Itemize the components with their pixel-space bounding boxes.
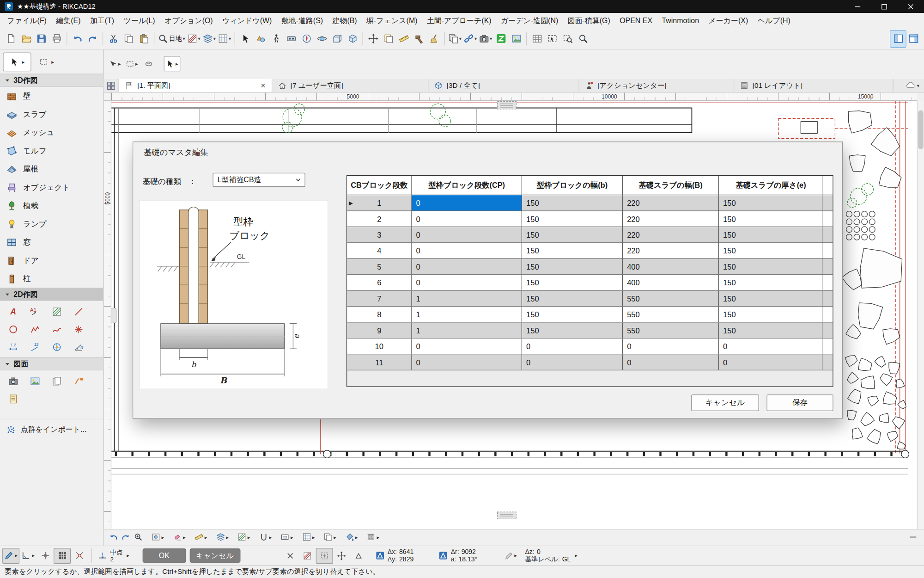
value-cell[interactable]: 0 <box>719 355 823 370</box>
value-cell[interactable]: 0 <box>412 195 523 211</box>
x-close-button[interactable] <box>281 547 298 563</box>
tool-dim-angled[interactable]: 12 <box>26 339 43 354</box>
measure-ruler-button[interactable] <box>396 31 411 47</box>
value-cell[interactable]: 550 <box>623 291 719 307</box>
value-cell[interactable]: 220 <box>623 195 719 211</box>
value-cell[interactable]: 550 <box>623 307 719 322</box>
tool-line[interactable] <box>70 304 87 319</box>
tab-5[interactable]: [01 レイアウト] <box>734 79 893 92</box>
value-cell[interactable]: 0 <box>412 338 523 354</box>
tab-overflow-button[interactable]: ▾ <box>906 79 924 92</box>
tab-2[interactable]: [7 ユーザー立面] <box>272 79 428 92</box>
zoom-plus-button[interactable] <box>133 530 144 543</box>
copy-multi-button[interactable]: ▾ <box>447 31 462 47</box>
value-cell[interactable]: 150 <box>719 243 823 259</box>
value-cell[interactable]: 150 <box>719 259 823 275</box>
value-cell[interactable]: 150 <box>719 291 823 307</box>
tool-spline[interactable] <box>49 321 65 337</box>
value-cell[interactable]: 0 <box>412 211 523 227</box>
print-button[interactable] <box>49 31 64 47</box>
ok-button[interactable]: OK <box>142 548 186 563</box>
row-number-cell[interactable]: 4 <box>347 243 412 259</box>
cancel-button[interactable]: キャンセル <box>691 394 759 411</box>
row-number-cell[interactable]: 6 <box>347 275 412 290</box>
undo-button[interactable] <box>108 530 119 543</box>
tool-dim-12[interactable]: 1.2 <box>5 339 21 354</box>
vr-view-button[interactable] <box>284 31 299 47</box>
column-header-4[interactable]: 基礎スラブの厚さ(e) <box>719 176 823 195</box>
menu-item-8[interactable]: 塀-フェンス(M) <box>362 13 422 28</box>
row-number-cell[interactable]: 2 <box>347 211 412 227</box>
value-cell[interactable]: 150 <box>719 323 823 338</box>
walk-person-button[interactable] <box>268 31 283 47</box>
menu-item-13[interactable]: Twinmotion <box>657 14 704 27</box>
menu-item-11[interactable]: 図面-積算(G) <box>563 13 615 28</box>
tool-angle-alpha[interactable]: α <box>70 339 87 354</box>
sidebar-item-mesh[interactable]: メッシュ <box>0 123 103 142</box>
value-cell[interactable]: 0 <box>412 243 523 259</box>
value-cell[interactable]: 550 <box>623 323 719 338</box>
tool-route-line[interactable] <box>70 373 87 388</box>
row-number-cell[interactable]: 10 <box>347 338 412 354</box>
value-cell[interactable]: 0 <box>412 259 523 275</box>
pen-blue-button[interactable]: ▸ <box>2 547 19 563</box>
value-cell[interactable]: 220 <box>623 211 719 227</box>
eraser-button[interactable]: ▸ <box>172 530 187 543</box>
row-number-cell[interactable]: 8 <box>347 307 412 322</box>
menu-item-12[interactable]: OPEN EX <box>615 14 657 27</box>
column-header-3[interactable]: 基礎スラブの幅(B) <box>623 176 719 195</box>
section-2d-header[interactable]: 2D作図 <box>0 288 103 301</box>
tool-pages[interactable] <box>49 373 65 388</box>
value-cell[interactable]: 150 <box>719 195 823 211</box>
arrow-flyout-button[interactable]: ▸ <box>107 56 122 71</box>
foundation-type-select[interactable]: L型補強CB造 <box>213 173 305 187</box>
tool-point-star[interactable] <box>70 321 87 337</box>
value-cell[interactable]: 150 <box>522 275 623 290</box>
minimize-button[interactable] <box>845 0 871 13</box>
link-chain-button[interactable]: ▾ <box>462 31 478 47</box>
value-cell[interactable]: 0 <box>623 355 719 370</box>
close-button[interactable] <box>898 0 924 13</box>
select-region-button[interactable] <box>545 31 560 47</box>
section-3d-header[interactable]: 3D作図 <box>0 74 103 86</box>
tab-4[interactable]: [アクションセンター] <box>579 79 734 92</box>
u-bolt-button[interactable]: ▸ <box>258 530 273 543</box>
menu-item-15[interactable]: ヘルプ(H) <box>753 13 795 28</box>
tool-worksheet[interactable] <box>5 391 21 406</box>
value-cell[interactable]: 150 <box>522 291 623 307</box>
maximize-button[interactable] <box>871 0 897 13</box>
zoom-region-button[interactable] <box>560 31 575 47</box>
paste-button[interactable] <box>136 31 152 47</box>
cut-button[interactable] <box>105 31 121 47</box>
panel-collapse-handle[interactable] <box>111 308 116 323</box>
coordinate-display-1[interactable]: Δr:9092a:18.13° <box>438 548 477 563</box>
value-cell[interactable]: 150 <box>719 227 823 243</box>
row-number-cell[interactable]: ▶1 <box>347 195 412 211</box>
menu-item-7[interactable]: 建物(B) <box>328 13 362 28</box>
broom-clean-button[interactable] <box>427 31 442 47</box>
select-cursor-button[interactable] <box>237 31 253 47</box>
marquee-button[interactable]: ▸ <box>124 56 140 71</box>
point-cloud-import[interactable]: 点群をインポート... <box>0 419 103 440</box>
hatch-fill-button[interactable]: ▸ <box>237 530 252 543</box>
sidebar-item-wall[interactable]: 壁 <box>0 86 103 105</box>
menu-item-2[interactable]: 加工(T) <box>85 13 119 28</box>
menu-item-4[interactable]: オプション(O) <box>160 13 218 28</box>
explore-button[interactable] <box>299 31 314 47</box>
columns-tool-button[interactable]: ▸ <box>365 530 381 543</box>
value-cell[interactable]: 1 <box>412 291 523 307</box>
sidebar-item-lamp[interactable]: ランプ <box>0 215 103 233</box>
tool-hatch-fill[interactable] <box>49 304 65 319</box>
sidebar-item-roof[interactable]: 屋根 <box>0 160 103 178</box>
snap-settings[interactable]: 中点2▸ <box>96 547 132 564</box>
grid-settings-button[interactable]: ▾ <box>217 31 232 47</box>
new-doc-button[interactable] <box>3 31 18 47</box>
angle-tool-button[interactable]: ▸ <box>19 547 36 563</box>
select-cursor-tool-button[interactable]: ▸ <box>4 53 31 71</box>
value-cell[interactable]: 150 <box>522 195 623 211</box>
sidebar-item-slab[interactable]: スラブ <box>0 105 103 123</box>
menu-item-0[interactable]: ファイル(F) <box>2 13 51 28</box>
value-cell[interactable]: 0 <box>412 227 523 243</box>
layers-button[interactable]: ▸ <box>215 530 230 543</box>
measure-ruler-button[interactable]: ▸ <box>193 530 208 543</box>
